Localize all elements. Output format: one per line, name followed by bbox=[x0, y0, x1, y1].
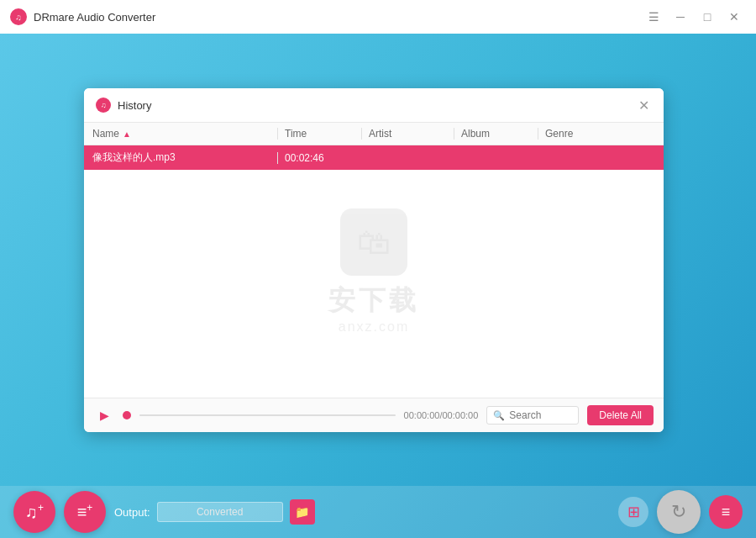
settings-icon: ≡ bbox=[722, 504, 731, 521]
search-input[interactable] bbox=[509, 409, 576, 421]
watermark: 🛍 安下载 anxz.com bbox=[328, 208, 419, 335]
app-logo bbox=[10, 8, 27, 25]
convert-icon: ↻ bbox=[671, 501, 686, 523]
table-icon: ⊞ bbox=[627, 503, 640, 521]
bottom-bar: ♫+ ≡+ Output: Converted 📁 ⊞ ↻ ≡ bbox=[0, 486, 756, 538]
watermark-text-cn: 安下载 bbox=[328, 282, 419, 319]
cell-time: 00:02:46 bbox=[277, 152, 361, 164]
player-bar: ▶ 00:00:00/00:00:00 🔍 Delete All bbox=[84, 398, 664, 432]
bottom-right-buttons: ⊞ ↻ ≡ bbox=[618, 490, 743, 534]
title-bar: DRmare Audio Converter ☰ ─ □ ✕ bbox=[0, 0, 756, 34]
col-header-album: Album bbox=[454, 128, 538, 140]
window-controls: ☰ ─ □ ✕ bbox=[642, 5, 746, 29]
history-dialog: History ✕ Name ▲ Time Artist Album Genre… bbox=[84, 88, 664, 432]
output-label: Output: bbox=[114, 506, 150, 519]
add-music-button[interactable]: ♫+ bbox=[13, 491, 55, 533]
main-area: History ✕ Name ▲ Time Artist Album Genre… bbox=[0, 34, 756, 538]
minimize-button[interactable]: ─ bbox=[669, 5, 692, 29]
convert-button[interactable]: ↻ bbox=[657, 490, 701, 534]
col-header-time: Time bbox=[277, 128, 361, 140]
col-header-artist: Artist bbox=[361, 128, 454, 140]
col-header-genre: Genre bbox=[538, 128, 605, 140]
folder-icon: 📁 bbox=[295, 505, 309, 519]
menu-button[interactable]: ☰ bbox=[642, 5, 665, 29]
search-icon: 🔍 bbox=[493, 410, 505, 421]
sort-arrow-icon: ▲ bbox=[123, 129, 131, 139]
progress-bar[interactable] bbox=[139, 414, 396, 416]
add-list-icon: ≡+ bbox=[77, 502, 93, 522]
output-field: Converted bbox=[157, 502, 283, 522]
table-row[interactable]: 像我这样的人.mp3 00:02:46 bbox=[84, 145, 664, 170]
search-box[interactable]: 🔍 bbox=[486, 406, 579, 425]
time-display: 00:00:00/00:00:00 bbox=[404, 410, 479, 420]
dialog-header: History ✕ bbox=[84, 88, 664, 123]
table-view-button[interactable]: ⊞ bbox=[618, 497, 648, 527]
watermark-icon: 🛍 bbox=[340, 208, 407, 276]
play-button[interactable]: ▶ bbox=[94, 405, 114, 425]
progress-dot bbox=[123, 411, 131, 419]
dialog-title: History bbox=[118, 99, 635, 112]
dialog-logo-icon bbox=[96, 98, 111, 113]
settings-button[interactable]: ≡ bbox=[709, 495, 743, 529]
table-body: 像我这样的人.mp3 00:02:46 🛍 安下载 anxz.com bbox=[84, 145, 664, 398]
dialog-close-button[interactable]: ✕ bbox=[635, 97, 652, 113]
app-title: DRmare Audio Converter bbox=[34, 11, 642, 24]
folder-button[interactable]: 📁 bbox=[290, 499, 315, 525]
col-header-name: Name ▲ bbox=[92, 128, 277, 140]
delete-all-button[interactable]: Delete All bbox=[587, 405, 654, 425]
watermark-text-en: anxz.com bbox=[339, 319, 409, 335]
add-list-button[interactable]: ≡+ bbox=[64, 491, 106, 533]
output-section: Output: Converted 📁 bbox=[114, 499, 610, 525]
close-button[interactable]: ✕ bbox=[722, 5, 746, 29]
add-music-icon: ♫+ bbox=[25, 502, 44, 522]
table-header: Name ▲ Time Artist Album Genre bbox=[84, 123, 664, 145]
maximize-button[interactable]: □ bbox=[696, 5, 719, 29]
cell-name: 像我这样的人.mp3 bbox=[92, 150, 277, 165]
